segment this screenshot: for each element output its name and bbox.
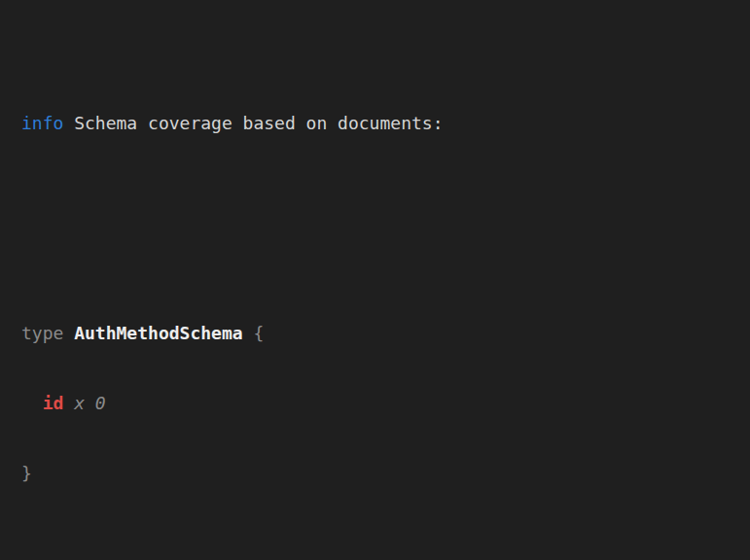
type-close-line: }: [21, 462, 740, 485]
close-brace: }: [21, 463, 32, 483]
type-header-line: typeAuthMethodSchema{: [21, 322, 740, 345]
open-brace: {: [253, 323, 264, 343]
blank-line: [21, 555, 740, 560]
log-line: infoSchema coverage based on documents:: [21, 112, 740, 135]
field-name: id: [43, 393, 64, 413]
field-usage-count: x 0: [74, 393, 106, 413]
terminal-output: infoSchema coverage based on documents: …: [0, 0, 750, 560]
type-name: AuthMethodSchema: [74, 323, 242, 343]
info-label: info: [21, 113, 63, 133]
log-message: Schema coverage based on documents:: [74, 113, 443, 133]
type-keyword: type: [21, 323, 63, 343]
blank-line: [21, 205, 740, 228]
field-line: idx 0: [21, 392, 740, 415]
